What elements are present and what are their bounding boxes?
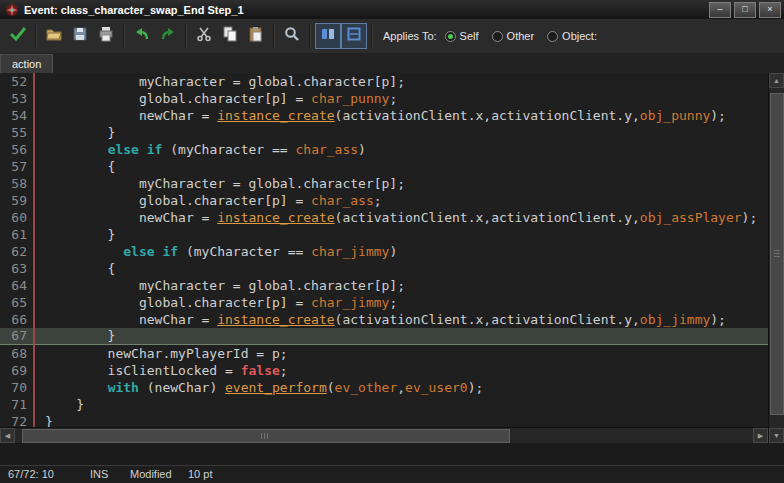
- radio-self-circle: [445, 31, 456, 42]
- paste-button[interactable]: [243, 23, 269, 49]
- line-number: 67: [0, 328, 27, 344]
- radio-self-label: Self: [460, 30, 479, 42]
- line-number: 66: [0, 311, 27, 328]
- toggle-line-numbers-button[interactable]: [315, 23, 341, 49]
- code-text: {: [45, 260, 115, 277]
- horizontal-scroll-thumb[interactable]: [22, 429, 510, 443]
- window-title: Event: class_character_swap_End Step_1: [24, 4, 706, 16]
- code-line[interactable]: 54 newChar = instance_create(activationC…: [0, 107, 768, 124]
- code-editor[interactable]: 52 myCharacter = global.character[p];53 …: [0, 73, 768, 427]
- status-bar: 67/72: 10 INS Modified 10 pt: [0, 465, 784, 483]
- line-number: 53: [0, 90, 27, 107]
- maximize-button[interactable]: □: [734, 2, 756, 18]
- scroll-left-arrow[interactable]: ◀: [0, 428, 15, 443]
- code-text: with (newChar) event_perform(ev_other,ev…: [45, 379, 483, 396]
- scissors-icon: [196, 26, 212, 46]
- code-line[interactable]: 58 myCharacter = global.character[p];: [0, 175, 768, 192]
- tab-action[interactable]: action: [0, 54, 53, 73]
- save-button[interactable]: [67, 23, 93, 49]
- code-line[interactable]: 52 myCharacter = global.character[p];: [0, 73, 768, 90]
- code-line[interactable]: 71 }: [0, 396, 768, 413]
- search-button[interactable]: [279, 23, 305, 49]
- vertical-scroll-thumb[interactable]: [770, 93, 784, 415]
- code-text: myCharacter = global.character[p];: [45, 175, 405, 192]
- code-text: global.character[p] = char_punny;: [45, 90, 397, 107]
- code-line[interactable]: 60 newChar = instance_create(activationC…: [0, 209, 768, 226]
- code-text: newChar.myPlayerId = p;: [45, 345, 288, 362]
- line-number: 69: [0, 362, 27, 379]
- close-button[interactable]: ×: [759, 2, 781, 18]
- code-line[interactable]: 59 global.character[p] = char_ass;: [0, 192, 768, 209]
- status-insert-mode: INS: [90, 468, 108, 480]
- line-number: 61: [0, 226, 27, 243]
- code-text: myCharacter = global.character[p];: [45, 73, 405, 90]
- code-line[interactable]: 70 with (newChar) event_perform(ev_other…: [0, 379, 768, 396]
- line-number: 70: [0, 379, 27, 396]
- code-line[interactable]: 61 }: [0, 226, 768, 243]
- printer-icon: [98, 26, 114, 46]
- code-line[interactable]: 63 {: [0, 260, 768, 277]
- code-text: else if (myCharacter == char_ass): [45, 141, 366, 158]
- code-line[interactable]: 62 else if (myCharacter == char_jimmy): [0, 243, 768, 260]
- radio-object-label: Object:: [562, 30, 597, 42]
- radio-object[interactable]: Object:: [547, 30, 597, 42]
- tab-bar: action: [0, 53, 784, 74]
- open-button[interactable]: [41, 23, 67, 49]
- undo-icon: [134, 26, 150, 46]
- line-number: 65: [0, 294, 27, 311]
- toolbar-separator: [273, 24, 275, 48]
- code-line[interactable]: 69 isClientLocked = false;: [0, 362, 768, 379]
- code-text: }: [45, 328, 115, 344]
- line-number: 64: [0, 277, 27, 294]
- radio-other-circle: [492, 31, 503, 42]
- code-line[interactable]: 56 else if (myCharacter == char_ass): [0, 141, 768, 158]
- undo-button[interactable]: [129, 23, 155, 49]
- code-line[interactable]: 55 }: [0, 124, 768, 141]
- code-text: }: [45, 396, 84, 413]
- line-number: 63: [0, 260, 27, 277]
- gutter-margin-line: [33, 73, 35, 427]
- code-text: global.character[p] = char_ass;: [45, 192, 382, 209]
- code-line[interactable]: 57 {: [0, 158, 768, 175]
- minimize-button[interactable]: –: [709, 2, 731, 18]
- copy-button[interactable]: [217, 23, 243, 49]
- ok-button[interactable]: [5, 23, 31, 49]
- vertical-scrollbar[interactable]: ▲ ▼: [768, 73, 784, 443]
- event-icon: [5, 3, 19, 17]
- code-text: myCharacter = global.character[p];: [45, 277, 405, 294]
- status-font-size: 10 pt: [188, 468, 212, 480]
- code-line[interactable]: 66 newChar = instance_create(activationC…: [0, 311, 768, 328]
- line-number: 60: [0, 209, 27, 226]
- code-line[interactable]: 68 newChar.myPlayerId = p;: [0, 345, 768, 362]
- code-text: }: [45, 413, 53, 427]
- status-cursor-position: 67/72: 10: [8, 468, 54, 480]
- paste-icon: [248, 26, 264, 46]
- cut-button[interactable]: [191, 23, 217, 49]
- code-text: }: [45, 124, 115, 141]
- line-number: 62: [0, 243, 27, 260]
- status-modified: Modified: [130, 468, 172, 480]
- line-number: 68: [0, 345, 27, 362]
- line-number: 54: [0, 107, 27, 124]
- code-text: global.character[p] = char_jimmy;: [45, 294, 397, 311]
- code-line[interactable]: 67 }: [0, 328, 768, 345]
- code-line[interactable]: 53 global.character[p] = char_punny;: [0, 90, 768, 107]
- horizontal-scrollbar[interactable]: ◀ ▶: [0, 427, 768, 443]
- line-numbers-icon: [320, 26, 336, 46]
- radio-self[interactable]: Self: [445, 30, 479, 42]
- toolbar: Applies To: Self Other Object:: [0, 19, 784, 54]
- open-folder-icon: [46, 26, 62, 46]
- code-line[interactable]: 65 global.character[p] = char_jimmy;: [0, 294, 768, 311]
- toolbar-separator: [309, 24, 311, 48]
- scroll-right-arrow[interactable]: ▶: [753, 428, 768, 443]
- radio-other[interactable]: Other: [492, 30, 535, 42]
- print-button[interactable]: [93, 23, 119, 49]
- toggle-highlight-button[interactable]: [341, 23, 367, 49]
- code-line[interactable]: 72}: [0, 413, 768, 427]
- redo-button[interactable]: [155, 23, 181, 49]
- scroll-down-arrow[interactable]: ▼: [769, 428, 784, 443]
- applies-to-label: Applies To:: [383, 30, 437, 42]
- line-number: 57: [0, 158, 27, 175]
- scroll-up-arrow[interactable]: ▲: [769, 73, 784, 88]
- code-line[interactable]: 64 myCharacter = global.character[p];: [0, 277, 768, 294]
